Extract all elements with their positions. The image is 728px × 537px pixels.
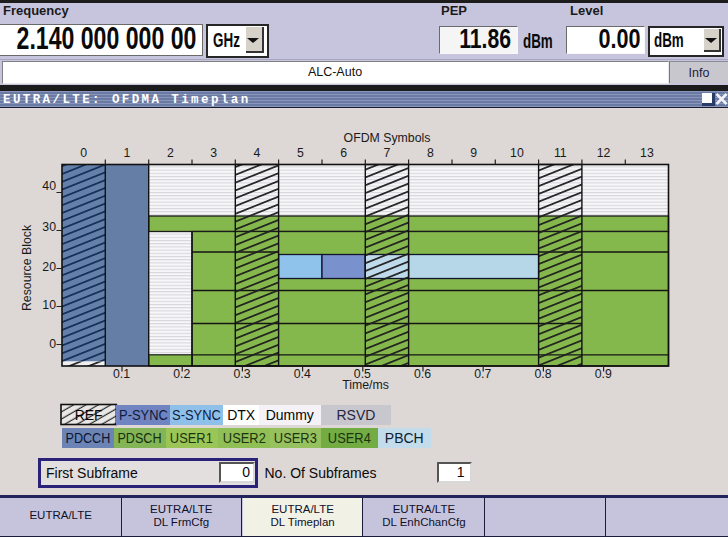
svg-text:11: 11 — [554, 146, 567, 160]
svg-text:20: 20 — [42, 260, 56, 274]
svg-text:0.2: 0.2 — [173, 367, 190, 381]
svg-text:0.3: 0.3 — [233, 367, 250, 381]
svg-text:9: 9 — [470, 146, 477, 160]
svg-text:0.6: 0.6 — [414, 367, 431, 381]
svg-text:8: 8 — [427, 146, 434, 160]
svg-text:3: 3 — [210, 146, 217, 160]
svg-text:0.1: 0.1 — [113, 367, 130, 381]
svg-text:13: 13 — [640, 146, 654, 160]
svg-text:1: 1 — [124, 146, 131, 160]
svg-text:0: 0 — [49, 337, 56, 351]
svg-text:4: 4 — [254, 146, 261, 160]
svg-text:Time/ms: Time/ms — [342, 378, 389, 392]
svg-text:7: 7 — [384, 146, 391, 160]
svg-text:OFDM Symbols: OFDM Symbols — [344, 131, 431, 145]
svg-text:5: 5 — [297, 146, 304, 160]
svg-text:6: 6 — [340, 146, 347, 160]
svg-text:Resource Block: Resource Block — [20, 224, 34, 311]
svg-text:0.7: 0.7 — [474, 367, 491, 381]
svg-text:0.9: 0.9 — [595, 367, 612, 381]
svg-text:10: 10 — [510, 146, 524, 160]
svg-text:0.4: 0.4 — [294, 367, 311, 381]
svg-text:0: 0 — [80, 146, 87, 160]
svg-text:40: 40 — [42, 179, 56, 193]
svg-text:12: 12 — [597, 146, 611, 160]
svg-text:10: 10 — [42, 298, 56, 312]
svg-text:0.8: 0.8 — [534, 367, 551, 381]
svg-text:2: 2 — [167, 146, 174, 160]
svg-text:30: 30 — [42, 220, 56, 234]
